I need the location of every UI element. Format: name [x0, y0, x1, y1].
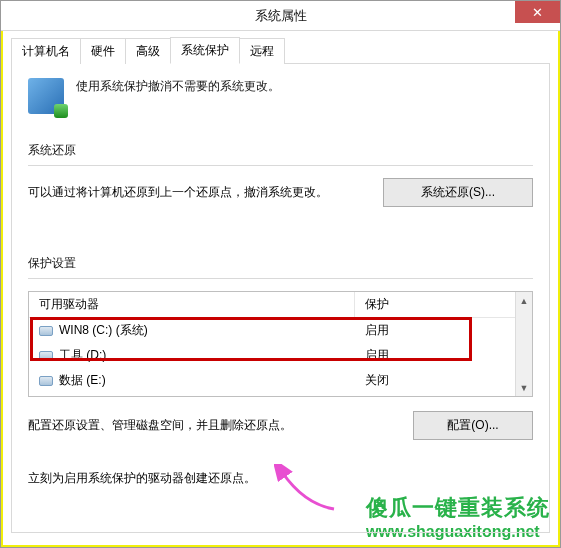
tab-hardware[interactable]: 硬件 [80, 38, 126, 64]
drive-name: 工具 (D:) [59, 347, 106, 364]
tab-advanced[interactable]: 高级 [125, 38, 171, 64]
tab-bar: 计算机名 硬件 高级 系统保护 远程 [11, 37, 550, 63]
drive-name: WIN8 (C:) (系统) [59, 322, 148, 339]
drive-list-header: 可用驱动器 保护 [29, 292, 515, 318]
system-protection-icon [28, 78, 64, 114]
drive-icon [39, 326, 53, 336]
drive-status: 启用 [355, 320, 515, 341]
configure-description: 配置还原设置、管理磁盘空间，并且删除还原点。 [28, 417, 393, 434]
drive-row[interactable]: 工具 (D:) 启用 [29, 343, 515, 368]
drive-row[interactable]: 影音 (F:) 关闭 [29, 393, 515, 396]
scrollbar[interactable]: ▲ ▼ [515, 292, 532, 396]
section-title-protection: 保护设置 [28, 255, 533, 272]
drive-status: 关闭 [355, 370, 515, 391]
tab-computer-name[interactable]: 计算机名 [11, 38, 81, 64]
column-header-drive[interactable]: 可用驱动器 [29, 292, 355, 317]
create-restore-point-description: 立刻为启用系统保护的驱动器创建还原点。 [28, 470, 533, 487]
system-protection-panel: 使用系统保护撤消不需要的系统更改。 系统还原 可以通过将计算机还原到上一个还原点… [11, 63, 550, 533]
close-icon: ✕ [532, 5, 543, 20]
divider [28, 165, 533, 166]
drive-icon [39, 376, 53, 386]
section-title-restore: 系统还原 [28, 142, 533, 159]
drive-status: 关闭 [355, 395, 515, 396]
drive-row[interactable]: 数据 (E:) 关闭 [29, 368, 515, 393]
scroll-down-arrow-icon[interactable]: ▼ [516, 379, 532, 396]
restore-description: 可以通过将计算机还原到上一个还原点，撤消系统更改。 [28, 183, 328, 202]
column-header-status[interactable]: 保护 [355, 292, 515, 317]
drive-icon [39, 351, 53, 361]
intro-text: 使用系统保护撤消不需要的系统更改。 [76, 78, 280, 95]
drive-listbox: 可用驱动器 保护 WIN8 (C:) (系统) 启用 工具 (D:) 启用 [28, 291, 533, 397]
titlebar: 系统属性 ✕ [1, 1, 560, 31]
tab-remote[interactable]: 远程 [239, 38, 285, 64]
system-restore-button[interactable]: 系统还原(S)... [383, 178, 533, 207]
configure-button[interactable]: 配置(O)... [413, 411, 533, 440]
scroll-up-arrow-icon[interactable]: ▲ [516, 292, 532, 309]
content-area: 计算机名 硬件 高级 系统保护 远程 使用系统保护撤消不需要的系统更改。 系统还… [1, 31, 560, 547]
divider [28, 278, 533, 279]
close-button[interactable]: ✕ [515, 1, 560, 23]
drive-name: 数据 (E:) [59, 372, 106, 389]
system-properties-window: 系统属性 ✕ 计算机名 硬件 高级 系统保护 远程 使用系统保护撤消不需要的系统… [0, 0, 561, 548]
window-title: 系统属性 [255, 7, 307, 25]
drive-row[interactable]: WIN8 (C:) (系统) 启用 [29, 318, 515, 343]
drive-status: 启用 [355, 345, 515, 366]
tab-system-protection[interactable]: 系统保护 [170, 37, 240, 64]
